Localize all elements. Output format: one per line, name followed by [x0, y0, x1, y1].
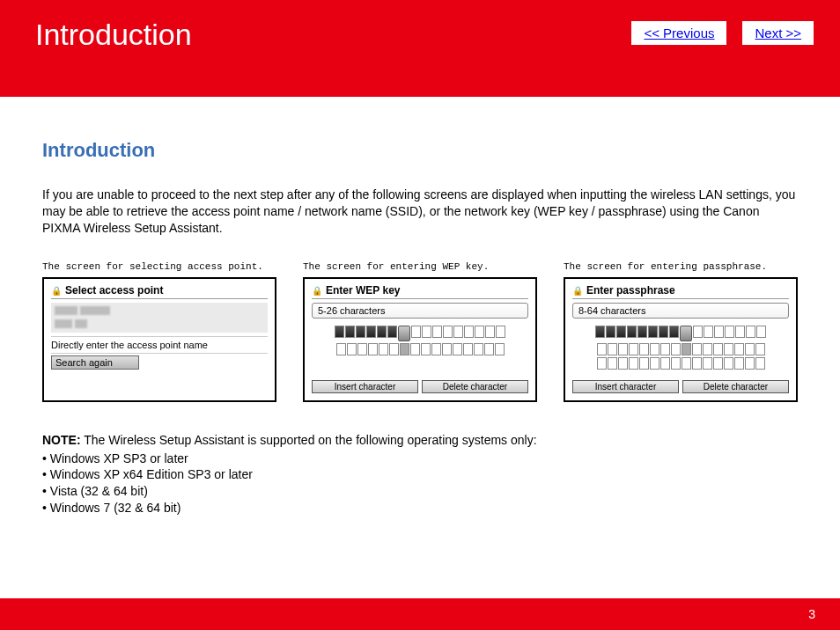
nav-buttons: << Previous Next >> [631, 21, 814, 45]
content-area: Introduction If you are unable to procee… [0, 97, 840, 516]
figure-caption: The screen for selecting access point. [42, 261, 276, 272]
insert-character-button: Insert character [572, 380, 679, 393]
delete-character-button: Delete character [682, 380, 789, 393]
next-button[interactable]: Next >> [742, 21, 814, 45]
figure-caption: The screen for entering WEP key. [303, 261, 537, 272]
panel-access-point: Select access point Directly enter the a… [42, 277, 276, 402]
previous-button[interactable]: << Previous [631, 21, 726, 45]
section-title: Introduction [42, 139, 798, 162]
list-item: Windows XP x64 Edition SP3 or later [42, 466, 798, 483]
header-bar: Introduction << Previous Next >> [0, 0, 840, 97]
note-label: NOTE: [42, 433, 81, 447]
footer-bar: 3 [0, 598, 840, 630]
figure-caption: The screen for entering passphrase. [564, 261, 798, 272]
note-block: NOTE: The Wireless Setup Assistant is su… [42, 432, 798, 516]
figures-row: The screen for selecting access point. S… [42, 261, 798, 402]
keyboard-buttons: Insert character Delete character [312, 380, 528, 393]
lock-icon [572, 284, 583, 297]
keyboard [312, 324, 528, 357]
figure-wep: The screen for entering WEP key. Enter W… [303, 261, 537, 402]
slider-icon [398, 326, 410, 341]
lock-icon [51, 284, 62, 297]
list-item: Windows 7 (32 & 64 bit) [42, 500, 798, 516]
panel-title-text: Enter WEP key [326, 284, 400, 297]
figure-access-point: The screen for selecting access point. S… [42, 261, 276, 402]
panel-wep: Enter WEP key 5-26 characters Insert cha… [303, 277, 537, 402]
access-point-list [51, 303, 268, 333]
keyboard [572, 324, 789, 371]
wep-input-hint: 5-26 characters [312, 303, 528, 319]
search-again-button: Search again [51, 355, 139, 370]
list-item: Vista (32 & 64 bit) [42, 483, 798, 500]
page-number: 3 [808, 607, 815, 621]
panel-title-text: Select access point [65, 284, 163, 297]
list-item: Windows XP SP3 or later [42, 451, 798, 467]
page-title: Introduction [35, 18, 192, 52]
slider-icon [680, 326, 692, 341]
lock-icon [312, 284, 322, 297]
os-list: Windows XP SP3 or later Windows XP x64 E… [42, 451, 798, 517]
panel-title: Enter passphrase [572, 284, 789, 299]
direct-entry-text: Directly enter the access point name [51, 336, 268, 355]
passphrase-input-hint: 8-64 characters [572, 303, 789, 319]
note-text: The Wireless Setup Assistant is supporte… [81, 433, 537, 447]
intro-paragraph: If you are unable to proceed to the next… [42, 187, 798, 237]
insert-character-button: Insert character [312, 380, 418, 393]
figure-passphrase: The screen for entering passphrase. Ente… [564, 261, 798, 402]
delete-character-button: Delete character [422, 380, 528, 393]
panel-title-text: Enter passphrase [586, 284, 675, 297]
panel-title: Select access point [51, 284, 268, 299]
panel-passphrase: Enter passphrase 8-64 characters Insert … [564, 277, 798, 402]
keyboard-buttons: Insert character Delete character [572, 380, 789, 393]
panel-title: Enter WEP key [312, 284, 528, 299]
